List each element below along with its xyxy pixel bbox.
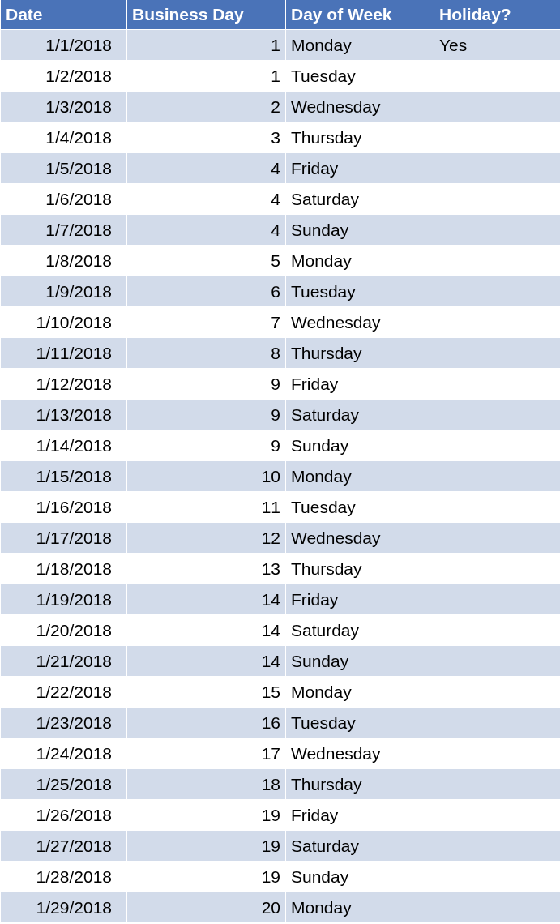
cell-holiday (434, 215, 561, 246)
cell-date: 1/29/2018 (1, 892, 127, 923)
cell-holiday (434, 492, 561, 523)
cell-holiday (434, 338, 561, 369)
cell-date: 1/21/2018 (1, 646, 127, 677)
cell-day-of-week: Tuesday (286, 61, 434, 92)
cell-date: 1/2/2018 (1, 61, 127, 92)
cell-date: 1/12/2018 (1, 369, 127, 400)
cell-business-day: 9 (127, 430, 286, 461)
table-row: 1/7/20184Sunday (1, 215, 561, 246)
cell-business-day: 19 (127, 800, 286, 831)
table-row: 1/21/201814Sunday (1, 646, 561, 677)
table-row: 1/23/201816Tuesday (1, 708, 561, 738)
cell-day-of-week: Friday (286, 153, 434, 184)
table-row: 1/8/20185Monday (1, 246, 561, 276)
cell-business-day: 12 (127, 523, 286, 554)
cell-holiday (434, 831, 561, 862)
cell-business-day: 11 (127, 492, 286, 523)
cell-day-of-week: Wednesday (286, 523, 434, 554)
cell-holiday (434, 800, 561, 831)
table-row: 1/10/20187Wednesday (1, 307, 561, 338)
cell-business-day: 4 (127, 215, 286, 246)
cell-day-of-week: Monday (286, 246, 434, 276)
cell-day-of-week: Thursday (286, 338, 434, 369)
cell-holiday (434, 369, 561, 400)
table-row: 1/11/20188Thursday (1, 338, 561, 369)
table-row: 1/13/20189Saturday (1, 400, 561, 430)
cell-business-day: 4 (127, 153, 286, 184)
cell-day-of-week: Sunday (286, 430, 434, 461)
cell-date: 1/7/2018 (1, 215, 127, 246)
table-row: 1/1/20181MondayYes (1, 30, 561, 61)
cell-holiday: Yes (434, 30, 561, 61)
cell-holiday (434, 769, 561, 800)
header-business-day: Business Day (127, 0, 286, 30)
cell-business-day: 1 (127, 61, 286, 92)
cell-day-of-week: Tuesday (286, 276, 434, 307)
cell-day-of-week: Wednesday (286, 738, 434, 769)
table-row: 1/6/20184Saturday (1, 184, 561, 215)
table-row: 1/14/20189Sunday (1, 430, 561, 461)
table-row: 1/15/201810Monday (1, 461, 561, 492)
cell-date: 1/25/2018 (1, 769, 127, 800)
table-row: 1/12/20189Friday (1, 369, 561, 400)
cell-day-of-week: Wednesday (286, 307, 434, 338)
cell-date: 1/3/2018 (1, 92, 127, 122)
cell-day-of-week: Sunday (286, 215, 434, 246)
cell-date: 1/19/2018 (1, 584, 127, 615)
cell-day-of-week: Friday (286, 369, 434, 400)
cell-day-of-week: Monday (286, 30, 434, 61)
cell-holiday (434, 738, 561, 769)
cell-day-of-week: Friday (286, 584, 434, 615)
cell-business-day: 7 (127, 307, 286, 338)
cell-business-day: 16 (127, 708, 286, 738)
cell-date: 1/20/2018 (1, 615, 127, 646)
cell-holiday (434, 523, 561, 554)
cell-holiday (434, 584, 561, 615)
cell-business-day: 10 (127, 461, 286, 492)
cell-holiday (434, 61, 561, 92)
cell-holiday (434, 892, 561, 923)
cell-holiday (434, 307, 561, 338)
header-row: Date Business Day Day of Week Holiday? (1, 0, 561, 30)
cell-holiday (434, 184, 561, 215)
cell-business-day: 15 (127, 677, 286, 708)
table-row: 1/16/201811Tuesday (1, 492, 561, 523)
cell-day-of-week: Tuesday (286, 708, 434, 738)
cell-business-day: 14 (127, 615, 286, 646)
cell-day-of-week: Wednesday (286, 92, 434, 122)
cell-business-day: 14 (127, 646, 286, 677)
table-body: 1/1/20181MondayYes1/2/20181Tuesday1/3/20… (1, 30, 561, 923)
cell-holiday (434, 246, 561, 276)
cell-business-day: 2 (127, 92, 286, 122)
cell-day-of-week: Saturday (286, 831, 434, 862)
cell-business-day: 6 (127, 276, 286, 307)
cell-holiday (434, 276, 561, 307)
cell-business-day: 9 (127, 369, 286, 400)
cell-date: 1/9/2018 (1, 276, 127, 307)
table-row: 1/22/201815Monday (1, 677, 561, 708)
cell-day-of-week: Monday (286, 461, 434, 492)
table-row: 1/29/201820Monday (1, 892, 561, 923)
table-row: 1/17/201812Wednesday (1, 523, 561, 554)
cell-day-of-week: Tuesday (286, 492, 434, 523)
cell-holiday (434, 862, 561, 892)
cell-day-of-week: Thursday (286, 122, 434, 153)
table-row: 1/3/20182Wednesday (1, 92, 561, 122)
cell-day-of-week: Saturday (286, 184, 434, 215)
cell-business-day: 18 (127, 769, 286, 800)
cell-date: 1/8/2018 (1, 246, 127, 276)
cell-date: 1/4/2018 (1, 122, 127, 153)
cell-holiday (434, 430, 561, 461)
cell-day-of-week: Saturday (286, 615, 434, 646)
cell-holiday (434, 461, 561, 492)
table-row: 1/4/20183Thursday (1, 122, 561, 153)
header-holiday: Holiday? (434, 0, 561, 30)
cell-holiday (434, 153, 561, 184)
cell-day-of-week: Sunday (286, 646, 434, 677)
cell-business-day: 8 (127, 338, 286, 369)
table-row: 1/26/201819Friday (1, 800, 561, 831)
cell-day-of-week: Saturday (286, 400, 434, 430)
cell-holiday (434, 677, 561, 708)
table-row: 1/25/201818Thursday (1, 769, 561, 800)
cell-holiday (434, 708, 561, 738)
